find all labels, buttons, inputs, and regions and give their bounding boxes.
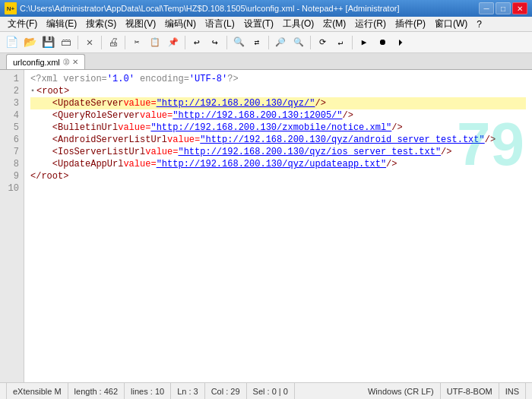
menu-macro[interactable]: 宏(M): [318, 16, 350, 32]
tab-urlconfig[interactable]: urlconfig.xml ➉ ✕: [6, 54, 85, 69]
tab-bar: urlconfig.xml ➉ ✕: [0, 53, 532, 70]
sep4: [185, 36, 185, 49]
tag-close-6: />: [485, 134, 496, 146]
menu-view[interactable]: 视图(V): [121, 16, 160, 32]
code-line-3: <UpdateServer value="http://192.168.200.…: [30, 97, 526, 109]
line-num-2: 2: [5, 85, 19, 97]
line-num-3: 3: [5, 97, 19, 109]
print-button[interactable]: 🖨: [105, 34, 122, 51]
code-line-9: </root>: [30, 170, 526, 182]
toolbar: 📄 📂 💾 🗃 ✕ 🖨 ✂ 📋 📌 ↩ ↪ 🔍 ⇄ 🔎 🔍 ⟳ ↵ ▶ ⏺ ⏵: [0, 32, 532, 53]
macro-play-button[interactable]: ⏵: [392, 34, 409, 51]
open-button[interactable]: 📂: [21, 34, 38, 51]
macro-button[interactable]: ⏺: [374, 34, 391, 51]
status-filetype: eXtensible M: [6, 383, 68, 399]
sep3: [125, 36, 125, 49]
code-line-10: [30, 182, 526, 195]
status-bar: eXtensible M length : 462 lines : 10 Ln …: [0, 382, 532, 399]
status-mode: INS: [499, 383, 526, 399]
attr-value-label: value=: [123, 97, 156, 109]
close-button[interactable]: ✕: [81, 34, 98, 51]
zoom-out-button[interactable]: 🔍: [290, 34, 307, 51]
paste-button[interactable]: 📌: [165, 34, 182, 51]
menu-file[interactable]: 文件(F): [3, 16, 42, 32]
tag-android: <AndroidServerListUrl: [30, 134, 167, 146]
new-button[interactable]: 📄: [3, 34, 20, 51]
menu-search[interactable]: 搜索(S): [81, 16, 121, 32]
save-button[interactable]: 💾: [40, 34, 56, 51]
tag-close-8: />: [386, 158, 397, 170]
collapse-icon-2[interactable]: ▪: [30, 85, 35, 97]
tag-close-5: />: [391, 122, 402, 134]
code-line-6: <AndroidServerListUrl value="http://192.…: [30, 134, 526, 146]
undo-button[interactable]: ↩: [188, 34, 205, 51]
line-numbers: 1 2 3 4 5 6 7 8 9 10: [0, 70, 24, 382]
editor-wrapper[interactable]: <?xml version='1.0' encoding='UTF-8'?> ▪…: [24, 70, 532, 382]
status-ln: Ln : 3: [171, 383, 205, 399]
menu-window[interactable]: 窗口(W): [430, 16, 472, 32]
url-updateapp: "http://192.168.200.130/qyz/updateapp.tx…: [157, 158, 386, 170]
copy-button[interactable]: 📋: [147, 34, 163, 51]
status-sel: Sel : 0 | 0: [247, 383, 295, 399]
wrap-button[interactable]: ↵: [332, 34, 349, 51]
menu-edit[interactable]: 编辑(E): [42, 16, 81, 32]
line-num-4: 4: [5, 109, 19, 122]
sep5: [226, 36, 227, 49]
filetype-label: eXtensible M: [13, 387, 62, 396]
zoom-in-button[interactable]: 🔎: [272, 34, 289, 51]
status-encoding: UTF-8-BOM: [441, 383, 499, 399]
menu-settings[interactable]: 设置(T): [239, 16, 278, 32]
status-col: Col : 29: [205, 383, 247, 399]
replace-button[interactable]: ⇄: [249, 34, 265, 51]
tab-filename: urlconfig.xml: [13, 58, 60, 67]
code-line-1: <?xml version='1.0' encoding='UTF-8'?>: [30, 73, 526, 85]
encoding-label: UTF-8-BOM: [447, 387, 492, 396]
tag-close-4: />: [343, 109, 353, 122]
menu-language[interactable]: 语言(L): [201, 16, 239, 32]
sep2: [101, 36, 102, 49]
tag-update-server: <UpdateServer: [30, 97, 123, 109]
menu-help[interactable]: ?: [472, 17, 486, 31]
tag-updateapp: <UpdateAppUrl: [30, 158, 123, 170]
url-android: "http://192.168.200.130/qyz/android_serv…: [200, 134, 484, 146]
window-title: C:\Users\Administrator\AppData\Local\Tem…: [20, 4, 479, 13]
maximize-button[interactable]: □: [496, 2, 511, 14]
xml-decl: <?xml version='1.0' encoding='UTF-8'?>: [30, 73, 239, 85]
sep8: [352, 36, 353, 49]
line-num-8: 8: [5, 158, 19, 170]
app-icon: N+: [5, 2, 17, 14]
line-num-10: 10: [5, 182, 19, 195]
url-query-role: "http://192.168.200.130:12005/": [173, 109, 342, 122]
root-close-tag: </root>: [30, 170, 68, 182]
line-num-6: 6: [5, 134, 19, 146]
menu-plugins[interactable]: 插件(P): [391, 16, 430, 32]
sep6: [268, 36, 269, 49]
menu-run[interactable]: 运行(R): [350, 16, 391, 32]
tag-bulletin: <BulletinUrl: [30, 122, 118, 134]
sync-button[interactable]: ⟳: [314, 34, 331, 51]
attr-value-label-4: value=: [140, 109, 173, 122]
run-button[interactable]: ▶: [356, 34, 372, 51]
line-num-5: 5: [5, 122, 19, 134]
ln-label: Ln : 3: [177, 387, 198, 396]
save-all-button[interactable]: 🗃: [58, 34, 74, 51]
code-line-2: ▪ <root>: [30, 85, 526, 97]
sel-label: Sel : 0 | 0: [253, 387, 288, 396]
status-lines: lines : 10: [125, 383, 171, 399]
root-open-tag: <root>: [36, 85, 69, 97]
redo-button[interactable]: ↪: [207, 34, 223, 51]
menu-bar: 文件(F) 编辑(E) 搜索(S) 视图(V) 编码(N) 语言(L) 设置(T…: [0, 17, 532, 32]
close-button[interactable]: ✕: [512, 2, 527, 14]
editor-content[interactable]: <?xml version='1.0' encoding='UTF-8'?> ▪…: [24, 70, 532, 198]
line-num-7: 7: [5, 146, 19, 158]
code-line-5: <BulletinUrl value="http://192.168.200.1…: [30, 122, 526, 134]
tag-ios: <IosServerListUrl: [30, 146, 145, 158]
tab-close-icon[interactable]: ✕: [72, 58, 78, 66]
find-button[interactable]: 🔍: [230, 34, 247, 51]
tab-number: ➉: [63, 58, 69, 66]
menu-encoding[interactable]: 编码(N): [160, 16, 201, 32]
lines-label: lines : 10: [131, 387, 164, 396]
menu-tools[interactable]: 工具(O): [278, 16, 318, 32]
minimize-button[interactable]: ─: [479, 2, 494, 14]
cut-button[interactable]: ✂: [128, 34, 145, 51]
